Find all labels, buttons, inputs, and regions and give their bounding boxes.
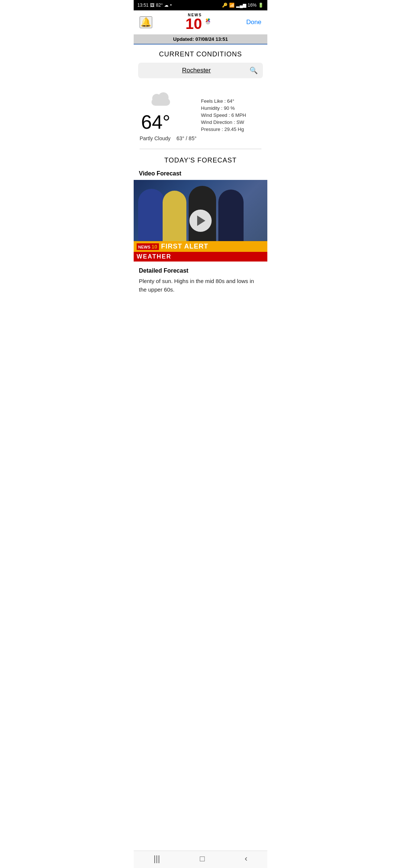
- status-left: 13:51 🖼 82° ☁ •: [137, 3, 172, 8]
- logo-number: 10: [185, 16, 202, 31]
- dot-indicator: •: [170, 3, 172, 8]
- search-icon[interactable]: 🔍: [250, 66, 258, 75]
- feels-like-value: 64°: [227, 98, 234, 104]
- humidity-value: 90 %: [224, 105, 235, 111]
- update-text: Updated: 07/08/24 13:51: [173, 36, 228, 42]
- status-right: 🔑 📶 ▂▄▆ 16% 🔋: [222, 3, 264, 8]
- nbc-peacock-icon: [203, 17, 213, 27]
- temperature-display: 64°: [140, 112, 170, 132]
- pressure-value: 29.45 Hg: [224, 126, 244, 132]
- person-2: [163, 191, 186, 248]
- wind-direction-label: Wind Direction: [201, 119, 232, 125]
- wind-direction-separator: :: [234, 119, 236, 125]
- wind-speed-separator: :: [229, 112, 231, 118]
- key-icon: 🔑: [222, 3, 228, 8]
- temp-indicator: 82°: [156, 3, 163, 8]
- app-header: 🔔 NEWS 10 Done: [134, 10, 267, 34]
- status-time: 13:51: [137, 3, 149, 8]
- wind-direction-value: SW: [237, 119, 244, 125]
- play-button[interactable]: [189, 210, 212, 232]
- feels-like-row: Feels Like : 64°: [201, 98, 261, 104]
- first-alert-top-bar: NEWS 10 FIRST ALERT: [134, 241, 267, 252]
- humidity-separator: :: [221, 105, 224, 111]
- wind-speed-label: Wind Speed: [201, 112, 227, 118]
- wind-direction-row: Wind Direction : SW: [201, 119, 261, 125]
- signal-icon: ▂▄▆: [236, 3, 246, 8]
- detailed-forecast-text: Plenty of sun. Highs in the mid 80s and …: [134, 277, 267, 301]
- bottom-spacer: [134, 301, 267, 323]
- condition-label: Partly Cloudy: [140, 135, 170, 141]
- wind-speed-row: Wind Speed : 6 MPH: [201, 112, 261, 118]
- location-input[interactable]: [143, 67, 250, 74]
- status-bar: 13:51 🖼 82° ☁ • 🔑 📶 ▂▄▆ 16% 🔋: [134, 0, 267, 10]
- first-alert-banner: NEWS 10 FIRST ALERT WEATHER: [134, 241, 267, 262]
- weather-label: WEATHER: [137, 253, 172, 260]
- video-forecast-label: Video Forecast: [134, 169, 267, 180]
- person-4: [218, 190, 244, 248]
- weather-icon: [140, 84, 173, 110]
- pressure-row: Pressure : 29.45 Hg: [201, 126, 261, 132]
- feels-like-label: Feels Like: [201, 98, 223, 104]
- video-forecast-thumbnail[interactable]: NEWS 10 FIRST ALERT WEATHER: [134, 180, 267, 262]
- section-divider: [140, 149, 261, 149]
- first-alert-text: FIRST ALERT: [161, 243, 208, 250]
- humidity-row: Humidity : 90 %: [201, 105, 261, 111]
- news10-logo: NEWS 10: [185, 13, 213, 31]
- temp-range: 63° / 85°: [176, 135, 196, 141]
- fa-news-logo: NEWS 10: [137, 243, 159, 250]
- play-triangle-icon: [197, 216, 205, 226]
- current-conditions-title: CURRENT CONDITIONS: [134, 45, 267, 63]
- battery-level: 16%: [248, 3, 257, 8]
- svg-rect-4: [151, 98, 170, 106]
- pressure-label: Pressure: [201, 126, 220, 132]
- person-1: [138, 189, 165, 248]
- wind-speed-value: 6 MPH: [231, 112, 246, 118]
- cloud-icon: [150, 91, 172, 106]
- cloud-icon: ☁: [164, 3, 169, 8]
- humidity-label: Humidity: [201, 105, 220, 111]
- wifi-icon: 📶: [229, 3, 235, 8]
- location-search-bar[interactable]: 🔍: [138, 63, 263, 78]
- photo-icon: 🖼: [150, 3, 154, 8]
- battery-icon: 🔋: [258, 3, 264, 8]
- conditions-left: 64° Partly Cloudy 63° / 85°: [140, 84, 196, 141]
- conditions-right: Feels Like : 64° Humidity : 90 % Wind Sp…: [201, 84, 261, 141]
- done-button[interactable]: Done: [246, 19, 261, 26]
- app-logo: NEWS 10: [185, 13, 213, 31]
- forecast-title: TODAY'S FORECAST: [134, 154, 267, 169]
- update-bar: Updated: 07/08/24 13:51: [134, 34, 267, 45]
- conditions-block: 64° Partly Cloudy 63° / 85° Feels Like :…: [134, 84, 267, 144]
- detailed-forecast-label: Detailed Forecast: [134, 262, 267, 277]
- first-alert-bottom-bar: WEATHER: [134, 252, 267, 262]
- notification-bell-button[interactable]: 🔔: [140, 16, 152, 28]
